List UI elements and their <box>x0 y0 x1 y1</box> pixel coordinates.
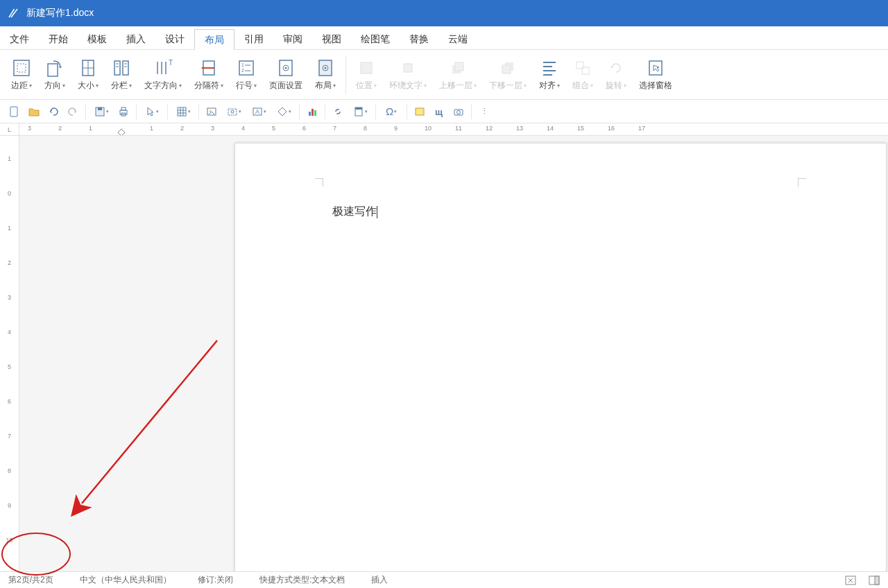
camera-button[interactable] <box>450 103 468 121</box>
size-icon <box>78 58 99 78</box>
svg-text:A: A <box>255 108 259 115</box>
rotate-icon <box>606 58 626 78</box>
orientation-icon <box>44 58 65 78</box>
background-icon <box>315 58 336 78</box>
svg-rect-65 <box>416 108 424 115</box>
svg-rect-61 <box>311 109 314 116</box>
shortcut-type-status[interactable]: 快捷方式类型:文本文档 <box>257 573 348 587</box>
margin-corner-tr <box>798 178 806 187</box>
svg-rect-60 <box>309 112 311 116</box>
menu-insert[interactable]: 插入 <box>117 29 155 49</box>
send-backward-icon <box>497 58 518 78</box>
shapes-button[interactable]: ▾ <box>272 103 296 121</box>
menu-layout[interactable]: 布局 <box>194 29 234 50</box>
find-button[interactable]: щ <box>430 103 448 121</box>
menu-cloud[interactable]: 云端 <box>438 29 477 49</box>
track-changes-status[interactable]: 修订:关闭 <box>195 573 236 587</box>
columns-button[interactable]: 分栏▾ <box>105 55 137 94</box>
svg-rect-34 <box>502 65 511 74</box>
cursor-icon <box>146 106 155 117</box>
document-area[interactable]: 极速写作 <box>19 136 888 571</box>
image-button[interactable] <box>203 103 221 121</box>
svg-point-28 <box>325 67 327 69</box>
menu-review[interactable]: 审阅 <box>273 29 312 49</box>
more-button[interactable]: ⋮ <box>475 103 493 121</box>
breaks-icon <box>198 58 219 78</box>
insert-mode-status[interactable]: 插入 <box>368 573 391 587</box>
arrow-annotation <box>40 330 234 524</box>
new-doc-icon <box>9 106 20 117</box>
language-status[interactable]: 中文（中华人民共和国） <box>77 573 174 587</box>
table-button[interactable]: ▾ <box>171 103 195 121</box>
open-button[interactable] <box>25 103 43 121</box>
view-mode-1-button[interactable] <box>842 574 859 587</box>
orientation-button[interactable]: 方向▾ <box>39 55 71 94</box>
svg-rect-29 <box>361 62 372 74</box>
menu-design[interactable]: 设计 <box>155 29 194 49</box>
svg-point-68 <box>457 110 461 114</box>
redo-button[interactable] <box>64 103 82 121</box>
title-bar: 新建写作1.docx <box>0 0 888 26</box>
workspace: L 1012345678910 321123456789101112131415… <box>0 123 888 571</box>
view-mode-2-button[interactable] <box>866 574 882 587</box>
line-numbers-button[interactable]: 12 行号▾ <box>230 55 262 94</box>
margins-icon <box>11 58 32 78</box>
note-button[interactable] <box>411 103 429 121</box>
send-backward-button: 下移一层▾ <box>484 55 532 94</box>
menu-view[interactable]: 视图 <box>312 29 351 49</box>
undo-icon <box>48 106 59 117</box>
menu-drawing[interactable]: 绘图笔 <box>351 29 400 49</box>
redo-icon <box>67 106 78 117</box>
vertical-ruler[interactable]: L 1012345678910 <box>0 123 19 571</box>
breaks-button[interactable]: 分隔符▾ <box>189 55 229 94</box>
save-button[interactable]: ▾ <box>89 103 113 121</box>
first-line-indent-marker[interactable] <box>118 129 125 135</box>
background-button[interactable]: 布局▾ <box>309 55 341 94</box>
undo-button[interactable] <box>44 103 62 121</box>
header-icon <box>353 106 364 117</box>
menu-template[interactable]: 模板 <box>78 29 117 49</box>
omega-icon: Ω <box>386 105 393 117</box>
position-icon <box>356 58 377 78</box>
menu-file[interactable]: 文件 <box>0 29 39 49</box>
print-button[interactable] <box>114 103 133 121</box>
more-icon: ⋮ <box>481 107 488 116</box>
page-setup-button[interactable]: 页面设置 <box>264 55 308 94</box>
size-button[interactable]: 大小▾ <box>72 55 104 94</box>
screenshot-button[interactable]: ▾ <box>222 103 246 121</box>
menu-references[interactable]: 引用 <box>234 29 273 49</box>
group-button: 组合▾ <box>567 55 599 94</box>
symbol-button[interactable]: Ω▾ <box>379 103 403 121</box>
horizontal-ruler[interactable]: 3211234567891011121314151617 <box>19 123 888 136</box>
menu-home[interactable]: 开始 <box>39 29 78 49</box>
hyperlink-button[interactable] <box>329 103 347 121</box>
shapes-icon <box>277 106 288 117</box>
cursor-button[interactable]: ▾ <box>140 103 164 121</box>
page[interactable]: 极速写作 <box>234 143 887 571</box>
chart-button[interactable] <box>303 103 321 121</box>
svg-rect-62 <box>314 110 316 116</box>
bring-forward-button: 上移一层▾ <box>434 55 482 94</box>
rotate-button: 旋转▾ <box>600 55 632 94</box>
svg-rect-30 <box>404 64 412 72</box>
text-direction-button[interactable]: T 文字方向▾ <box>139 55 187 94</box>
textbox-icon: A <box>252 106 263 117</box>
align-button[interactable]: 对齐▾ <box>533 55 565 94</box>
new-doc-button[interactable] <box>6 103 24 121</box>
find-icon: щ <box>434 106 445 117</box>
document-title: 新建写作1.docx <box>26 7 94 19</box>
textbox-button[interactable]: A▾ <box>247 103 271 121</box>
svg-text:1: 1 <box>241 62 244 67</box>
document-text[interactable]: 极速写作 <box>332 205 377 219</box>
svg-rect-32 <box>455 62 463 71</box>
svg-rect-64 <box>355 107 362 110</box>
menu-replace[interactable]: 替换 <box>400 29 438 49</box>
selection-pane-button[interactable]: 选择窗格 <box>633 55 678 94</box>
svg-text:T: T <box>169 59 173 67</box>
margins-button[interactable]: 边距▾ <box>6 55 37 94</box>
header-footer-button[interactable]: ▾ <box>348 103 372 121</box>
page-count[interactable]: 第2页/共2页 <box>6 573 56 587</box>
group-icon <box>572 58 593 78</box>
view-icon-2 <box>869 576 880 585</box>
svg-rect-7 <box>123 61 128 75</box>
